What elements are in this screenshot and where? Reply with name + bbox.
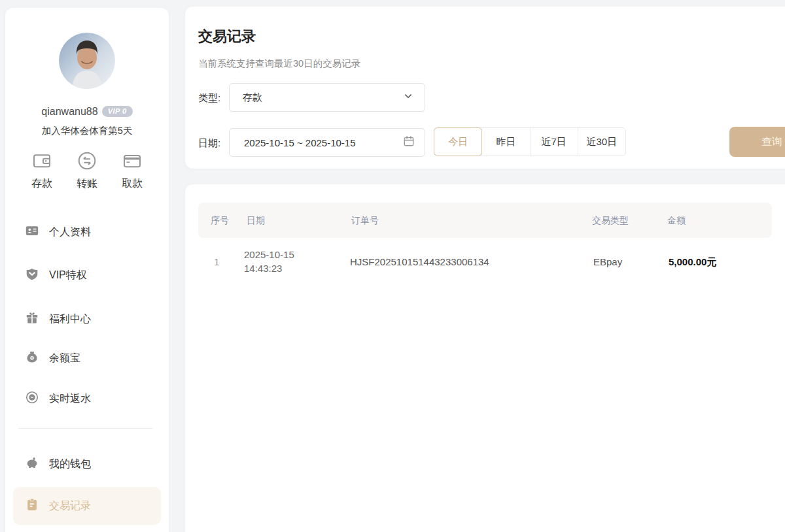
col-header-date: 日期 <box>247 215 265 227</box>
date-range-input[interactable]: 2025-10-15 ~ 2025-10-15 <box>229 128 425 157</box>
transfer-label: 转账 <box>77 177 97 191</box>
chevron-down-icon <box>402 90 414 105</box>
transfer-action[interactable]: 转账 <box>66 150 108 191</box>
row-time: 14:43:23 <box>244 261 294 275</box>
row-datetime: 2025-10-15 14:43:23 <box>244 248 294 275</box>
transactions-panel: 序号 日期 订单号 交易类型 金额 1 2025-10-15 14:43:23 … <box>185 184 785 532</box>
sidebar-item-transactions[interactable]: 交易记录 <box>13 487 161 525</box>
username: qianwanu88 <box>41 106 97 117</box>
sidebar-item-label: 福利中心 <box>49 312 91 326</box>
coin-icon <box>25 390 39 407</box>
quick-actions: 存款 转账 取款 <box>5 150 169 191</box>
range-7days-button[interactable]: 近7日 <box>530 128 578 156</box>
sidebar-item-label: 实时返水 <box>49 392 91 406</box>
sidebar-item-vip[interactable]: VIP特权 <box>25 262 87 288</box>
row-seq: 1 <box>214 256 219 267</box>
withdraw-action[interactable]: 取款 <box>111 150 153 191</box>
sidebar-divider <box>18 428 152 429</box>
type-select-value: 存款 <box>243 91 402 104</box>
page-subtitle: 当前系统支持查询最近30日的交易记录 <box>198 58 360 70</box>
row-transaction-type: EBpay <box>593 256 622 267</box>
sidebar: qianwanu88VIP 0 加入华体会体育第5天 存款 转账 <box>5 8 169 532</box>
piggy-bank-icon <box>25 456 39 473</box>
avatar[interactable] <box>59 33 115 89</box>
col-header-type: 交易类型 <box>592 215 629 227</box>
bank-card-icon <box>122 150 143 171</box>
deposit-label: 存款 <box>31 177 52 191</box>
user-row: qianwanu88VIP 0 <box>5 106 169 118</box>
col-header-amount: 金额 <box>667 215 686 227</box>
page-title: 交易记录 <box>198 27 256 46</box>
avatar-image <box>59 33 115 89</box>
col-header-order: 订单号 <box>351 215 379 227</box>
type-select[interactable]: 存款 <box>229 83 425 112</box>
gift-icon <box>25 310 39 327</box>
sidebar-item-label: 我的钱包 <box>49 457 91 471</box>
sidebar-item-wallet[interactable]: 我的钱包 <box>25 451 91 477</box>
range-30days-button[interactable]: 近30日 <box>578 128 625 156</box>
calendar-icon <box>402 135 415 150</box>
order-list-icon <box>25 497 39 514</box>
date-range-value: 2025-10-15 ~ 2025-10-15 <box>244 137 402 148</box>
sidebar-item-yuebao[interactable]: 余额宝 <box>25 345 80 371</box>
date-label: 日期: <box>198 137 220 150</box>
wallet-icon <box>31 150 52 171</box>
row-amount: 5,000.00元 <box>669 256 716 269</box>
sidebar-item-label: 交易记录 <box>49 499 91 513</box>
vip-badge: VIP 0 <box>102 106 133 117</box>
sidebar-item-rebate[interactable]: 实时返水 <box>25 386 91 412</box>
transfer-icon <box>77 150 97 171</box>
row-date: 2025-10-15 <box>244 248 294 261</box>
sidebar-item-profile[interactable]: 个人资料 <box>25 219 91 245</box>
money-bag-icon <box>25 350 39 367</box>
sidebar-item-label: 个人资料 <box>49 225 91 239</box>
id-card-icon <box>25 224 39 241</box>
search-button[interactable]: 查询 <box>729 127 785 157</box>
sidebar-item-label: 余额宝 <box>49 352 80 365</box>
row-order-number: HJSF202510151443233006134 <box>350 256 489 267</box>
filter-panel: 交易记录 当前系统支持查询最近30日的交易记录 类型: 存款 日期: 2025-… <box>185 7 785 169</box>
join-days-text: 加入华体会体育第5天 <box>5 125 169 137</box>
type-label: 类型: <box>198 92 220 105</box>
sidebar-item-label: VIP特权 <box>49 269 87 282</box>
range-yesterday-button[interactable]: 昨日 <box>481 128 529 156</box>
vip-shield-icon <box>25 267 39 284</box>
date-range-group: 今日 昨日 近7日 近30日 <box>434 127 626 156</box>
withdraw-label: 取款 <box>122 177 143 191</box>
sidebar-item-welfare[interactable]: 福利中心 <box>25 306 91 332</box>
range-today-button[interactable]: 今日 <box>434 127 482 156</box>
deposit-action[interactable]: 存款 <box>21 150 63 191</box>
table-header-row: 序号 日期 订单号 交易类型 金额 <box>198 203 772 238</box>
col-header-seq: 序号 <box>211 215 229 227</box>
